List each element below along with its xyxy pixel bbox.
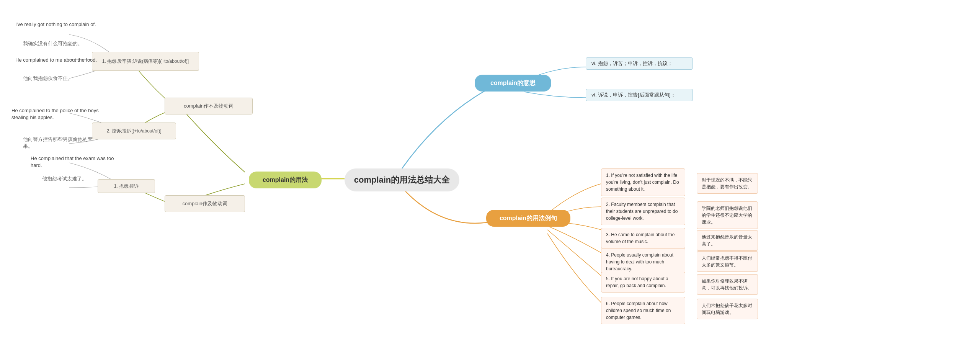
sentence-1-en: 1. If you're not satisfied with the life… xyxy=(601,168,685,196)
sentence-4-cn: 人们经常抱怨不得不应付太多的繁文褥节。 xyxy=(697,251,758,272)
sentence-6-cn: 人们常抱怨孩子花太多时间玩电脑游戏。 xyxy=(697,299,758,319)
transitive-sub1-label: 1. 抱怨;控诉 xyxy=(114,183,139,190)
meaning-text-1: vi. 抱怨，诉苦；申诉，控诉，抗议； xyxy=(591,60,673,66)
meaning-label: complain的意思 xyxy=(490,79,536,87)
sentence-3-en: 3. He came to complain about the volume … xyxy=(601,228,685,248)
example-text-cn-4: 他抱怨考试太难了。 xyxy=(42,175,87,182)
transitive-sub1: 1. 抱怨;控诉 xyxy=(98,179,155,193)
meaning-item-1: vi. 抱怨，诉苦；申诉，控诉，抗议； xyxy=(586,57,693,70)
sentence-2-en: 2. Faculty members complain that their s… xyxy=(601,198,685,225)
intransitive-node: complain作不及物动词 xyxy=(165,98,253,114)
center-label: complain的用法总结大全 xyxy=(354,174,450,186)
sentence-2-cn: 学院的老师们抱怨说他们的学生还很不适应大学的课业。 xyxy=(697,201,758,229)
example-label: complain的用法例句 xyxy=(500,214,557,222)
transitive-node: complain作及物动词 xyxy=(165,195,245,212)
sentence-3-cn: 他过来抱怨音乐的音量太高了。 xyxy=(697,230,758,251)
intransitive-sub2-label: 2. 控诉;投诉[(+to/about/of)] xyxy=(106,128,161,134)
usage-node: complain的用法 xyxy=(249,172,322,188)
intransitive-label: complain作不及物动词 xyxy=(184,103,234,110)
example-text-cn-2: 他向我抱怨伙食不佳。 xyxy=(23,75,73,82)
usage-label: complain的用法 xyxy=(263,176,308,184)
sentence-5-en: 5. If you are not happy about a repair, … xyxy=(601,272,685,293)
meaning-item-2: vt. 诉说，申诉，控告[后面常跟从句]； xyxy=(586,89,693,101)
center-node: complain的用法总结大全 xyxy=(345,168,459,191)
sentence-6-en: 6. People complain about how children sp… xyxy=(601,297,685,324)
intransitive-sub1-label: 1. 抱怨,发牢骚;诉说(病痛等)[(+to/about/of)] xyxy=(102,58,189,65)
intransitive-sub2: 2. 控诉;投诉[(+to/about/of)] xyxy=(92,123,176,139)
intransitive-sub1: 1. 抱怨,发牢骚;诉说(病痛等)[(+to/about/of)] xyxy=(92,52,199,71)
meaning-node: complain的意思 xyxy=(475,75,551,92)
example-node: complain的用法例句 xyxy=(486,210,570,227)
sentence-1-cn: 对于现况的不满，不能只是抱怨，要有作出改变。 xyxy=(697,173,758,194)
sentence-5-cn: 如果你对修理效果不满意，可以再找他们投诉。 xyxy=(697,274,758,295)
example-text-2: He complained to me about the food. xyxy=(15,57,97,64)
example-text-3: He complained to the police of the boys … xyxy=(11,107,100,121)
example-text-cn-1: 我确实没有什么可抱怨的。 xyxy=(23,40,83,47)
example-text-1: I've really got nothing to complain of. xyxy=(15,21,96,28)
example-text-4: He complained that the exam was too hard… xyxy=(31,155,115,169)
example-text-cn-3: 他向警方控告那些男孩偷他的苹果。 xyxy=(23,136,100,150)
transitive-label: complain作及物动词 xyxy=(182,200,227,207)
meaning-text-2: vt. 诉说，申诉，控告[后面常跟从句]； xyxy=(591,92,676,98)
